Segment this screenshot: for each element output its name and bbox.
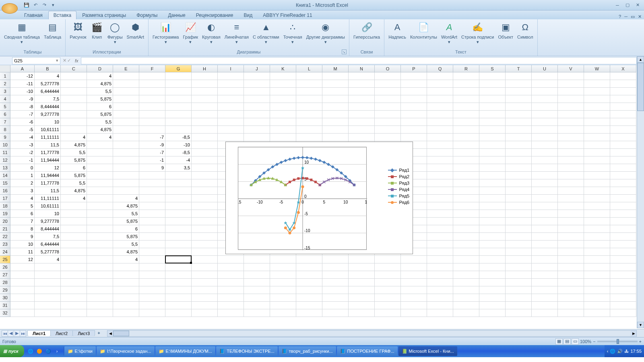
cell[interactable] (87, 172, 113, 179)
cell[interactable] (427, 187, 453, 195)
column-header[interactable]: R (453, 65, 479, 72)
scatter-chart-button[interactable]: ∴Точечная▾ (282, 20, 304, 45)
zoom-in-button[interactable]: + (639, 339, 642, 344)
cell[interactable] (61, 294, 87, 302)
cell[interactable] (35, 294, 61, 302)
cell[interactable] (610, 95, 636, 103)
cell[interactable] (113, 286, 139, 294)
cell[interactable]: -8,5 (165, 134, 192, 141)
cell[interactable] (610, 248, 636, 256)
cell[interactable] (192, 149, 218, 156)
cell[interactable] (296, 72, 322, 80)
cell[interactable] (192, 309, 218, 317)
cell[interactable] (453, 263, 479, 271)
cell[interactable] (192, 118, 218, 126)
cell[interactable] (479, 248, 506, 256)
cell[interactable] (375, 134, 401, 141)
cell[interactable] (61, 241, 87, 248)
cell[interactable] (506, 294, 532, 302)
cell[interactable] (610, 225, 636, 233)
row-header[interactable]: 2 (0, 80, 10, 88)
cell[interactable] (192, 263, 218, 271)
cell[interactable] (139, 279, 165, 286)
cell[interactable]: 9,277778 (35, 218, 61, 225)
picture-button[interactable]: 🖼Рисунок (68, 20, 88, 40)
cell[interactable] (558, 103, 584, 111)
cell[interactable] (401, 286, 427, 294)
cell[interactable]: -6 (10, 118, 35, 126)
cell[interactable] (453, 248, 479, 256)
row-header[interactable]: 18 (0, 202, 10, 210)
cell[interactable] (165, 202, 192, 210)
cell[interactable] (532, 271, 558, 279)
cell[interactable]: 5,5 (87, 88, 113, 95)
cell[interactable] (453, 309, 479, 317)
cell[interactable] (139, 111, 165, 118)
cell[interactable] (270, 72, 296, 80)
cell[interactable] (375, 103, 401, 111)
cell[interactable] (61, 202, 87, 210)
cell[interactable] (192, 111, 218, 118)
qat-customize[interactable]: ▾ (49, 1, 57, 9)
cell[interactable] (165, 279, 192, 286)
cell[interactable] (218, 302, 244, 309)
cell[interactable] (506, 218, 532, 225)
symbol-button[interactable]: ΩСимвол (516, 20, 535, 40)
row-header[interactable]: 27 (0, 271, 10, 279)
cell[interactable] (479, 218, 506, 225)
cell[interactable] (349, 309, 375, 317)
cell[interactable] (139, 248, 165, 256)
cell[interactable] (322, 95, 349, 103)
cell[interactable] (165, 256, 192, 263)
ribbon-tab-4[interactable]: Данные (163, 11, 190, 19)
cell[interactable] (192, 134, 218, 141)
cell[interactable] (375, 271, 401, 279)
cell[interactable] (506, 179, 532, 187)
cell[interactable] (532, 134, 558, 141)
cell[interactable] (427, 141, 453, 149)
cell[interactable] (584, 134, 610, 141)
cell[interactable]: 5,875 (113, 218, 139, 225)
cell[interactable] (453, 202, 479, 210)
cell[interactable] (244, 263, 270, 271)
cell[interactable] (322, 72, 349, 80)
cell[interactable] (165, 248, 192, 256)
cell[interactable] (427, 248, 453, 256)
ribbon-tab-6[interactable]: Вид (239, 11, 257, 19)
cell[interactable] (506, 256, 532, 263)
cell[interactable] (165, 179, 192, 187)
cell[interactable] (427, 88, 453, 95)
cell[interactable] (375, 88, 401, 95)
sheet-nav-last[interactable]: ⏭ (20, 330, 26, 337)
column-header[interactable]: Q (427, 65, 453, 72)
ribbon-tab-1[interactable]: Вставка (48, 11, 77, 19)
cell[interactable] (453, 141, 479, 149)
cell[interactable] (427, 210, 453, 218)
cell[interactable] (610, 172, 636, 179)
column-chart-button[interactable]: 📊Гистограмма▾ (151, 20, 181, 45)
cell[interactable] (453, 218, 479, 225)
cell[interactable] (532, 248, 558, 256)
cell[interactable] (506, 210, 532, 218)
cell[interactable]: 11,77778 (35, 179, 61, 187)
row-header[interactable]: 13 (0, 164, 10, 172)
row-header[interactable]: 9 (0, 134, 10, 141)
cell[interactable] (532, 111, 558, 118)
cell[interactable]: 11,5 (35, 141, 61, 149)
cell[interactable] (192, 172, 218, 179)
headerfooter-button[interactable]: 📄Колонтитулы (409, 20, 439, 40)
row-header[interactable]: 15 (0, 179, 10, 187)
cell[interactable] (479, 271, 506, 279)
cell[interactable] (218, 309, 244, 317)
maximize-button[interactable]: ▢ (623, 2, 632, 8)
cell[interactable] (61, 88, 87, 95)
cell[interactable]: -8 (10, 103, 35, 111)
cell[interactable] (584, 286, 610, 294)
cell[interactable] (244, 294, 270, 302)
charts-dialog-launcher[interactable]: ↘ (342, 49, 347, 54)
cell[interactable] (61, 80, 87, 88)
cell[interactable] (165, 233, 192, 241)
cell[interactable] (113, 95, 139, 103)
scroll-right-button[interactable]: ▶ (631, 331, 636, 336)
cell[interactable]: -12 (10, 72, 35, 80)
